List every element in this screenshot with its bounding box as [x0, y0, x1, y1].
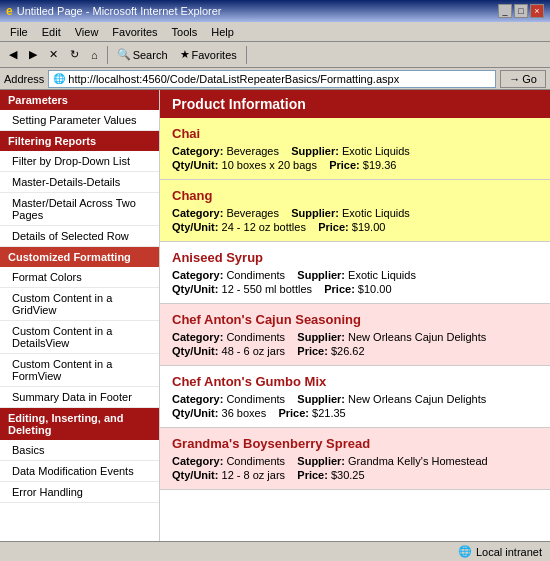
price-label: Price:	[324, 283, 355, 295]
zone-icon: 🌐	[458, 545, 472, 558]
product-details: Category: Beverages Supplier: Exotic Liq…	[172, 145, 538, 157]
qty-label: Qty/Unit:	[172, 283, 218, 295]
sidebar-section-editing[interactable]: Editing, Inserting, and Deleting	[0, 408, 159, 440]
ie-logo: e	[6, 4, 13, 18]
qty-label: Qty/Unit:	[172, 221, 218, 233]
stop-icon: ✕	[49, 48, 58, 61]
sidebar-item-filter-dropdown[interactable]: Filter by Drop-Down List	[0, 151, 159, 172]
product-details: Category: Beverages Supplier: Exotic Liq…	[172, 207, 538, 219]
menu-edit[interactable]: Edit	[36, 24, 67, 40]
address-icon: 🌐	[53, 73, 65, 84]
category-label: Category:	[172, 455, 223, 467]
address-bar: Address 🌐 http://localhost:4560/Code/Dat…	[0, 68, 550, 90]
sidebar-section-filtering[interactable]: Filtering Reports	[0, 131, 159, 151]
title-bar-controls: _ □ ×	[498, 4, 544, 18]
product-qty: Qty/Unit: 48 - 6 oz jars Price: $26.62	[172, 345, 538, 357]
menu-bar: File Edit View Favorites Tools Help	[0, 22, 550, 42]
go-button[interactable]: → Go	[500, 70, 546, 88]
sidebar-item-custom-gridview[interactable]: Custom Content in a GridView	[0, 288, 159, 321]
sidebar-item-basics[interactable]: Basics	[0, 440, 159, 461]
product-name: Aniseed Syrup	[172, 250, 538, 265]
favorites-button[interactable]: ★ Favorites	[175, 45, 242, 64]
address-label: Address	[4, 73, 44, 85]
separator-1	[107, 46, 108, 64]
sidebar-section-parameters[interactable]: Parameters	[0, 90, 159, 110]
price-label: Price:	[329, 159, 360, 171]
qty-label: Qty/Unit:	[172, 469, 218, 481]
sidebar-item-setting-parameter[interactable]: Setting Parameter Values	[0, 110, 159, 131]
forward-button[interactable]: ▶	[24, 45, 42, 64]
product-item: Chef Anton's Cajun Seasoning Category: C…	[160, 304, 550, 366]
title-bar-left: e Untitled Page - Microsoft Internet Exp…	[6, 4, 222, 18]
address-input[interactable]: 🌐 http://localhost:4560/Code/DataListRep…	[48, 70, 496, 88]
go-arrow-icon: →	[509, 73, 520, 85]
home-icon: ⌂	[91, 49, 98, 61]
product-qty: Qty/Unit: 24 - 12 oz bottles Price: $19.…	[172, 221, 538, 233]
forward-icon: ▶	[29, 48, 37, 61]
back-button[interactable]: ◀	[4, 45, 22, 64]
product-name: Chef Anton's Gumbo Mix	[172, 374, 538, 389]
menu-view[interactable]: View	[69, 24, 105, 40]
product-qty: Qty/Unit: 12 - 8 oz jars Price: $30.25	[172, 469, 538, 481]
product-details: Category: Condiments Supplier: New Orlea…	[172, 393, 538, 405]
refresh-button[interactable]: ↻	[65, 45, 84, 64]
sidebar-item-custom-detailsview[interactable]: Custom Content in a DetailsView	[0, 321, 159, 354]
refresh-icon: ↻	[70, 48, 79, 61]
product-details: Category: Condiments Supplier: New Orlea…	[172, 331, 538, 343]
home-button[interactable]: ⌂	[86, 46, 103, 64]
product-qty: Qty/Unit: 10 boxes x 20 bags Price: $19.…	[172, 159, 538, 171]
category-label: Category:	[172, 393, 223, 405]
back-icon: ◀	[9, 48, 17, 61]
product-item: Chef Anton's Gumbo Mix Category: Condime…	[160, 366, 550, 428]
menu-file[interactable]: File	[4, 24, 34, 40]
close-button[interactable]: ×	[530, 4, 544, 18]
maximize-button[interactable]: □	[514, 4, 528, 18]
category-label: Category:	[172, 207, 223, 219]
product-details: Category: Condiments Supplier: Grandma K…	[172, 455, 538, 467]
status-bar: 🌐 Local intranet	[0, 541, 550, 561]
product-name: Chef Anton's Cajun Seasoning	[172, 312, 538, 327]
sidebar-item-master-detail-two-pages[interactable]: Master/Detail Across Two Pages	[0, 193, 159, 226]
supplier-label: Supplier:	[291, 145, 339, 157]
address-url: http://localhost:4560/Code/DataListRepea…	[68, 73, 399, 85]
minimize-button[interactable]: _	[498, 4, 512, 18]
sidebar-item-format-colors[interactable]: Format Colors	[0, 267, 159, 288]
menu-help[interactable]: Help	[205, 24, 240, 40]
stop-button[interactable]: ✕	[44, 45, 63, 64]
separator-2	[246, 46, 247, 64]
sidebar-item-details-selected-row[interactable]: Details of Selected Row	[0, 226, 159, 247]
supplier-label: Supplier:	[297, 331, 345, 343]
content-area: Product Information Chai Category: Bever…	[160, 90, 550, 541]
price-label: Price:	[278, 407, 309, 419]
toolbar: ◀ ▶ ✕ ↻ ⌂ 🔍 Search ★ Favorites	[0, 42, 550, 68]
category-label: Category:	[172, 269, 223, 281]
product-item: Chai Category: Beverages Supplier: Exoti…	[160, 118, 550, 180]
price-label: Price:	[297, 469, 328, 481]
supplier-label: Supplier:	[291, 207, 339, 219]
product-details: Category: Condiments Supplier: Exotic Li…	[172, 269, 538, 281]
main-area: Parameters Setting Parameter Values Filt…	[0, 90, 550, 541]
menu-favorites[interactable]: Favorites	[106, 24, 163, 40]
sidebar: Parameters Setting Parameter Values Filt…	[0, 90, 160, 541]
sidebar-item-master-details[interactable]: Master-Details-Details	[0, 172, 159, 193]
product-header: Product Information	[160, 90, 550, 118]
sidebar-item-error-handling[interactable]: Error Handling	[0, 482, 159, 503]
window-title: Untitled Page - Microsoft Internet Explo…	[17, 5, 222, 17]
supplier-label: Supplier:	[297, 393, 345, 405]
search-icon: 🔍	[117, 48, 131, 61]
menu-tools[interactable]: Tools	[166, 24, 204, 40]
product-qty: Qty/Unit: 36 boxes Price: $21.35	[172, 407, 538, 419]
sidebar-item-data-modification[interactable]: Data Modification Events	[0, 461, 159, 482]
qty-label: Qty/Unit:	[172, 159, 218, 171]
product-name: Grandma's Boysenberry Spread	[172, 436, 538, 451]
sidebar-item-custom-formview[interactable]: Custom Content in a FormView	[0, 354, 159, 387]
supplier-label: Supplier:	[297, 269, 345, 281]
product-name: Chang	[172, 188, 538, 203]
sidebar-item-summary-footer[interactable]: Summary Data in Footer	[0, 387, 159, 408]
title-bar: e Untitled Page - Microsoft Internet Exp…	[0, 0, 550, 22]
product-name: Chai	[172, 126, 538, 141]
products-container: Chai Category: Beverages Supplier: Exoti…	[160, 118, 550, 490]
star-icon: ★	[180, 48, 190, 61]
sidebar-section-customized[interactable]: Customized Formatting	[0, 247, 159, 267]
search-button[interactable]: 🔍 Search	[112, 45, 173, 64]
